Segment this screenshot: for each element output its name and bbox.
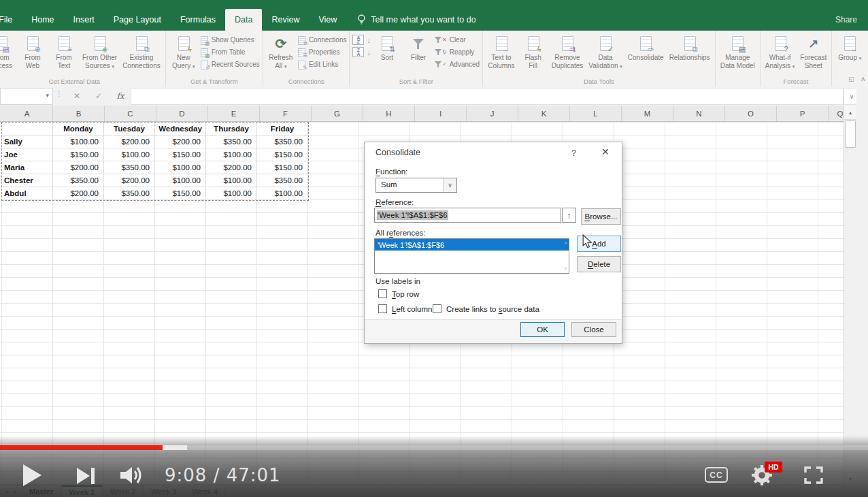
- volume-button[interactable]: [120, 465, 146, 488]
- name-box[interactable]: ▾: [0, 88, 53, 105]
- cell-value[interactable]: $200.00: [104, 174, 155, 187]
- ribbon-button-from-other-sources[interactable]: ◈From OtherSources ▾: [80, 33, 119, 71]
- column-header-n[interactable]: N: [673, 106, 725, 121]
- close-button[interactable]: Close: [571, 322, 616, 337]
- cell-value[interactable]: $200.00: [104, 135, 155, 148]
- ribbon-button-from-table[interactable]: ▦From Table: [200, 46, 260, 58]
- ribbon-button-manage-data-model[interactable]: ▤ManageData Model: [718, 33, 757, 71]
- column-header-i[interactable]: I: [415, 106, 467, 121]
- checkbox-box[interactable]: [378, 289, 387, 298]
- ribbon-button-advanced[interactable]: ✓Advanced: [435, 59, 480, 70]
- captions-button[interactable]: CC: [705, 467, 728, 483]
- column-header-a[interactable]: A: [1, 106, 53, 121]
- play-button[interactable]: [23, 464, 41, 486]
- tab-home[interactable]: Home: [22, 9, 63, 31]
- cell-value[interactable]: $100.00: [206, 174, 257, 187]
- tab-insert[interactable]: Insert: [64, 9, 104, 31]
- cell-value[interactable]: $150.00: [155, 187, 206, 200]
- column-header-p[interactable]: P: [777, 106, 829, 121]
- cancel-entry-icon[interactable]: ✕: [69, 89, 84, 103]
- cell-value[interactable]: $200.00: [155, 135, 206, 148]
- ribbon-button-from-text[interactable]: ≡FromText: [49, 33, 79, 71]
- reference-list-item[interactable]: 'Week 1'!$A$1:$F$6: [375, 239, 569, 251]
- cell-value[interactable]: $350.00: [53, 174, 104, 187]
- tab-view[interactable]: View: [309, 9, 346, 31]
- chevron-down-icon[interactable]: ∨: [443, 178, 456, 192]
- column-header-o[interactable]: O: [725, 106, 777, 121]
- checkbox-box[interactable]: [378, 304, 387, 313]
- checkbox-box[interactable]: [433, 304, 441, 313]
- share-button[interactable]: Share: [835, 9, 857, 31]
- column-header-g[interactable]: G: [312, 106, 363, 121]
- formula-input[interactable]: [131, 88, 844, 105]
- cell-value[interactable]: $100.00: [104, 148, 155, 161]
- sort-ascending-button[interactable]: AZ↓: [352, 34, 371, 46]
- ribbon-button-remove-duplicates[interactable]: ⇉RemoveDuplicates: [550, 33, 586, 71]
- ribbon-button-connections[interactable]: ⧉Connections: [297, 34, 347, 46]
- ribbon-button-consolidate[interactable]: ⇨Consolidate: [626, 33, 666, 71]
- ribbon-button-refresh-all[interactable]: ⟳RefreshAll ▾: [266, 33, 296, 71]
- cell-value[interactable]: $350.00: [257, 174, 308, 187]
- vertical-scrollbar-thumb[interactable]: [846, 121, 856, 148]
- ribbon-button-group[interactable]: →Group ▾: [835, 33, 865, 71]
- column-header-c[interactable]: C: [105, 106, 156, 121]
- cell-value[interactable]: $100.00: [257, 187, 308, 200]
- cell-day-header[interactable]: Monday: [53, 123, 104, 135]
- video-progress-bar[interactable]: [0, 445, 868, 450]
- ribbon-button-edit-links[interactable]: ✎Edit Links: [297, 59, 347, 70]
- cell-value[interactable]: $150.00: [257, 148, 308, 161]
- cell-value[interactable]: $150.00: [257, 161, 308, 174]
- delete-button[interactable]: Delete: [577, 256, 621, 272]
- cell-value[interactable]: $200.00: [206, 161, 257, 174]
- ribbon-button-existing-connections[interactable]: ⧉ExistingConnections: [120, 33, 163, 71]
- cell-value[interactable]: $100.00: [53, 135, 104, 148]
- ribbon-button-what-if-analysis[interactable]: ?What-ifAnalysis ▾: [763, 33, 797, 71]
- cell-value[interactable]: $150.00: [155, 148, 206, 161]
- cell-name[interactable]: Maria: [2, 161, 53, 174]
- column-header-d[interactable]: D: [156, 106, 208, 121]
- close-icon[interactable]: ✕: [601, 146, 610, 157]
- ok-button[interactable]: OK: [520, 322, 565, 337]
- fullscreen-button[interactable]: [804, 466, 823, 487]
- browse-button[interactable]: Browse...: [581, 208, 621, 225]
- ribbon-button-recent-sources[interactable]: ↺Recent Sources: [200, 59, 260, 70]
- tab-file[interactable]: File: [0, 9, 22, 31]
- cell-a1[interactable]: [2, 123, 53, 135]
- cell-value[interactable]: $350.00: [104, 187, 155, 200]
- ribbon-button-sort[interactable]: ⇅Sort: [372, 33, 402, 71]
- collapse-ribbon-icon[interactable]: ˄: [861, 75, 865, 83]
- cell-value[interactable]: $350.00: [206, 135, 257, 148]
- left-column-checkbox[interactable]: Left column: [378, 304, 432, 313]
- cell-value[interactable]: $350.00: [257, 135, 308, 148]
- next-button[interactable]: [77, 468, 95, 484]
- cell-value[interactable]: $100.00: [155, 161, 206, 174]
- cell-value[interactable]: $100.00: [155, 174, 206, 187]
- cell-value[interactable]: $200.00: [53, 187, 104, 200]
- column-header-f[interactable]: F: [260, 106, 312, 121]
- cell-day-header[interactable]: Thursday: [206, 123, 257, 135]
- ribbon-button-from-web[interactable]: ⊕FromWeb: [18, 33, 48, 71]
- ribbon-button-clear[interactable]: ✕Clear: [435, 34, 480, 46]
- ribbon-button-new-query[interactable]: ϟNewQuery ▾: [169, 33, 199, 71]
- ribbon-button-show-queries[interactable]: ▦Show Queries: [200, 34, 260, 46]
- sort-descending-button[interactable]: ZA↓: [352, 46, 371, 58]
- consolidate-source-range[interactable]: MondayTuesdayWednesdayThursdayFridaySall…: [1, 122, 309, 201]
- tab-review[interactable]: Review: [262, 9, 309, 31]
- column-header-e[interactable]: E: [208, 106, 260, 121]
- ribbon-button-relationships[interactable]: ⧉Relationships: [667, 33, 712, 71]
- cell-value[interactable]: $100.00: [206, 187, 257, 200]
- cell-value[interactable]: $100.00: [206, 148, 257, 161]
- ribbon-button-filter[interactable]: Filter: [403, 33, 433, 71]
- cell-value[interactable]: $150.00: [53, 148, 104, 161]
- list-scroll-up-icon[interactable]: ˄: [564, 240, 567, 246]
- function-select[interactable]: Sum ∨: [375, 178, 457, 193]
- ribbon-button-reapply[interactable]: ↻Reapply: [435, 46, 480, 58]
- column-header-b[interactable]: B: [53, 106, 105, 121]
- ribbon-button-data-validation[interactable]: ✓DataValidation ▾: [586, 33, 624, 71]
- collapse-range-picker-icon[interactable]: ↑: [562, 208, 576, 223]
- column-header-l[interactable]: L: [570, 106, 622, 121]
- list-scroll-down-icon[interactable]: ˅: [564, 266, 567, 272]
- vertical-scrollbar[interactable]: ▲ ▼: [844, 106, 856, 485]
- dialog-launcher-icon[interactable]: ◱: [848, 76, 854, 82]
- cell-name[interactable]: Joe: [2, 148, 53, 161]
